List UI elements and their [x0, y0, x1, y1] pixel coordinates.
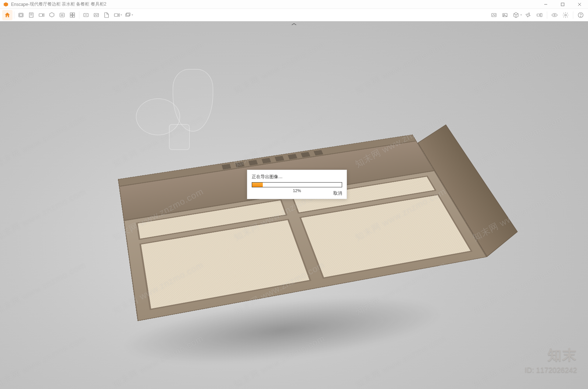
svg-rect-14	[70, 13, 72, 15]
svg-rect-12	[60, 13, 64, 17]
svg-rect-28	[537, 14, 540, 16]
watermark-text: 知末网 www.znzmo.com	[0, 332, 88, 389]
panorama-icon[interactable]	[57, 10, 67, 20]
svg-point-32	[578, 12, 583, 18]
lighting-icon[interactable]	[523, 10, 534, 20]
svg-rect-19	[94, 13, 98, 17]
progress-percent: 12%	[252, 188, 342, 193]
svg-marker-11	[43, 14, 44, 17]
svg-point-31	[565, 14, 567, 16]
svg-rect-22	[126, 14, 129, 17]
svg-rect-16	[70, 15, 72, 17]
svg-line-4	[578, 3, 581, 6]
svg-point-30	[554, 14, 555, 16]
dialog-title: 正在导出图像…	[252, 174, 342, 180]
toolbar-separator	[79, 11, 79, 19]
svg-rect-15	[73, 13, 75, 15]
svg-rect-24	[492, 13, 496, 17]
svg-rect-5	[19, 13, 23, 17]
vr-icon[interactable]	[47, 10, 57, 20]
screenshot-icon[interactable]	[16, 10, 26, 20]
home-icon[interactable]	[2, 10, 12, 20]
progress-bar	[252, 182, 342, 187]
svg-rect-29	[540, 13, 542, 17]
app-name: Enscape	[11, 2, 28, 7]
window-minimize-button[interactable]	[537, 0, 554, 9]
svg-rect-20	[114, 14, 118, 17]
svg-rect-7	[29, 13, 33, 17]
watermark-text: 知末网 www.znzmo.com	[471, 112, 566, 170]
watermark-text: 知末网 www.znzmo.com	[0, 259, 88, 317]
toolbar-separator	[547, 11, 547, 19]
favorites-icon[interactable]	[26, 10, 36, 20]
watermark-brand-name: 知末	[525, 346, 577, 364]
document-title: 现代餐厅餐边柜 茶水柜 备餐柜 餐具柜2	[30, 1, 107, 7]
watermark-text: 知末网 www.znzmo.com	[353, 39, 448, 97]
upload-icon[interactable]	[81, 10, 91, 20]
watermark-text: 知末网 www.znzmo.com	[232, 39, 327, 97]
collab-icon[interactable]	[67, 10, 78, 20]
watermark-id: ID: 1172026242	[525, 366, 577, 374]
svg-line-3	[578, 3, 581, 6]
video-icon[interactable]	[36, 10, 47, 20]
toolbar: ▾ ▾ ▾	[0, 9, 588, 21]
toolbar-separator	[14, 11, 14, 19]
svg-rect-6	[19, 14, 22, 16]
svg-rect-17	[73, 15, 75, 17]
dropdown-caret-icon[interactable]: ▾	[520, 13, 522, 17]
window-close-button[interactable]	[571, 0, 588, 9]
svg-marker-0	[4, 2, 8, 7]
svg-rect-25	[503, 13, 507, 17]
dropdown-caret-icon[interactable]: ▾	[132, 13, 133, 17]
render-viewport[interactable]: 知末网 www.znzmo.com知末网 www.znzmo.com知末网 ww…	[0, 21, 588, 389]
svg-point-26	[503, 14, 505, 15]
image-icon[interactable]	[101, 10, 112, 20]
panel-drag-handle-icon[interactable]	[290, 23, 298, 26]
sync-icon[interactable]	[534, 10, 545, 20]
svg-rect-2	[561, 3, 564, 6]
svg-rect-10	[39, 14, 43, 17]
watermark-text: 知末网 www.znzmo.com	[471, 39, 566, 97]
mono-icon[interactable]	[91, 10, 101, 20]
svg-rect-23	[126, 13, 130, 16]
enscape-logo-icon	[3, 1, 9, 7]
svg-point-13	[61, 14, 63, 16]
help-icon[interactable]	[576, 10, 586, 20]
watermark-text: 知末网 www.znzmo.com	[471, 259, 566, 317]
settings-icon[interactable]	[560, 10, 571, 20]
watermark-brand: 知末 ID: 1172026242	[525, 346, 577, 374]
eye-icon[interactable]	[549, 10, 560, 20]
materials-icon[interactable]	[489, 10, 499, 20]
watermark-text: 知末网 www.znzmo.com	[0, 39, 88, 97]
export-progress-dialog: 正在导出图像… 12% 取消	[247, 170, 347, 199]
toolbar-separator	[573, 11, 573, 19]
cube-icon[interactable]	[511, 10, 521, 20]
window-maximize-button[interactable]	[554, 0, 571, 9]
watermark-text: 知末网 www.znzmo.com	[0, 112, 88, 170]
dropdown-caret-icon[interactable]: ▾	[121, 13, 122, 17]
watermark-text: 知末网 www.znzmo.com	[0, 186, 88, 244]
svg-marker-21	[118, 14, 119, 17]
svg-rect-18	[84, 13, 88, 17]
progress-bar-fill	[252, 183, 263, 187]
svg-point-33	[580, 16, 581, 17]
cancel-button[interactable]: 取消	[333, 190, 342, 197]
titlebar: Enscape - 现代餐厅餐边柜 茶水柜 备餐柜 餐具柜2	[0, 0, 588, 9]
assets-icon[interactable]	[500, 10, 510, 20]
